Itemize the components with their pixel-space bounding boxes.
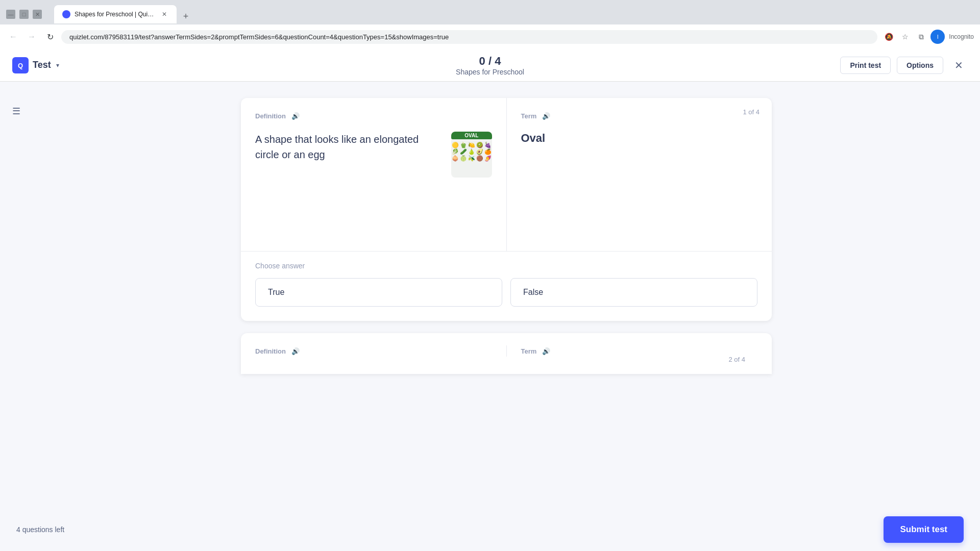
browser-toolbar: ← → ↻ quizlet.com/879583119/test?answerT… [0, 24, 980, 49]
fruit-7: 🥒 [460, 149, 467, 155]
sidebar-area: ☰ [0, 98, 33, 374]
tab-title: Shapes for Preschool | Quizlet [75, 11, 156, 18]
new-tab-button[interactable]: + [179, 9, 193, 23]
answer-options: True False [255, 278, 757, 307]
question-2-term-sound[interactable]: 🔊 [541, 345, 552, 357]
fruit-5: 🍇 [484, 142, 492, 148]
screenshot-icon[interactable]: ⧉ [914, 30, 928, 44]
header-actions: Print test Options ✕ [840, 56, 968, 74]
reload-button[interactable]: ↻ [43, 30, 57, 44]
url-display: quizlet.com/879583119/test?answerTermSid… [69, 33, 869, 41]
question-2-definition-label: Definition [255, 347, 286, 355]
answer-section: Choose answer True False [241, 251, 772, 321]
tabs-bar: Shapes for Preschool | Quizlet ✕ + [48, 5, 199, 23]
forward-button[interactable]: → [24, 30, 39, 44]
app-mode-dropdown-icon[interactable]: ▾ [56, 62, 59, 69]
mute-icon[interactable]: 🔕 [881, 30, 896, 44]
bottom-bar: 4 questions left Submit test [0, 508, 980, 551]
fruit-12: 🍈 [460, 156, 467, 161]
term-panel: Term 🔊 1 of 4 Oval [507, 98, 772, 251]
definition-sound-button[interactable]: 🔊 [290, 110, 301, 121]
window-controls[interactable]: — □ ✕ [6, 10, 42, 19]
questions-left-label: 4 questions left [16, 525, 64, 534]
browser-titlebar: — □ ✕ Shapes for Preschool | Quizlet ✕ + [0, 0, 980, 24]
toolbar-icons: 🔕 ☆ ⧉ I Incognito [881, 30, 974, 44]
back-button[interactable]: ← [6, 30, 20, 44]
close-window-button[interactable]: ✕ [33, 10, 42, 19]
profile-button[interactable]: I [930, 30, 945, 44]
quizlet-logo-icon: Q [12, 57, 29, 73]
term-sound-button[interactable]: 🔊 [541, 110, 552, 121]
question-2-term-panel: Term 🔊 2 of 4 [507, 345, 758, 357]
tab-favicon [62, 10, 70, 18]
fruit-15: 🍠 [484, 156, 492, 161]
definition-label: Definition [255, 112, 286, 120]
bookmark-icon[interactable]: ☆ [898, 30, 912, 44]
fruit-13: 🫒 [468, 156, 475, 161]
definition-image: OVAL 🟡 🫑 🍋 🥝 🍇 🥬 🥒 🍐 🥑 [451, 132, 492, 178]
app-mode-label[interactable]: Test [33, 60, 51, 70]
fruit-10: 🍊 [484, 149, 492, 155]
fruit-14: 🟤 [476, 156, 483, 161]
term-text: Oval [521, 132, 758, 145]
submit-test-button[interactable]: Submit test [884, 516, 964, 543]
question-2-number: 2 of 4 [728, 356, 745, 363]
question-2-definition-panel: Definition 🔊 [255, 345, 507, 357]
fruit-4: 🥝 [476, 142, 483, 148]
fruit-3: 🍋 [468, 142, 475, 148]
question-2-card-partial: Definition 🔊 Term 🔊 2 of 4 [241, 333, 772, 374]
tab-close-button[interactable]: ✕ [160, 10, 168, 18]
fruit-2: 🫑 [460, 142, 467, 148]
fruit-9: 🥑 [476, 149, 483, 155]
sidebar-toggle-icon: ☰ [12, 106, 20, 117]
question-2-term-label: Term [521, 347, 537, 355]
set-title: Shapes for Preschool [456, 68, 524, 76]
definition-content: A shape that looks like an elongated cir… [255, 132, 492, 178]
minimize-button[interactable]: — [6, 10, 15, 19]
address-bar[interactable]: quizlet.com/879583119/test?answerTermSid… [61, 30, 877, 44]
options-button[interactable]: Options [897, 57, 943, 74]
choose-answer-label: Choose answer [255, 262, 757, 270]
header-center: 0 / 4 Shapes for Preschool [456, 55, 524, 76]
answer-false-option[interactable]: False [510, 278, 757, 307]
close-test-button[interactable]: ✕ [949, 56, 968, 74]
definition-panel: Definition 🔊 A shape that looks like an … [241, 98, 507, 251]
maximize-button[interactable]: □ [19, 10, 29, 19]
print-test-button[interactable]: Print test [840, 57, 891, 74]
image-badge: OVAL [451, 132, 492, 139]
answer-true-option[interactable]: True [255, 278, 502, 307]
term-label: Term [521, 112, 537, 120]
term-panel-header: Term 🔊 [521, 110, 758, 121]
question-number: 1 of 4 [743, 108, 760, 116]
incognito-label: Incognito [949, 33, 974, 40]
fruit-6: 🥬 [452, 149, 459, 155]
fruit-11: 🧅 [452, 156, 459, 161]
main-content: ☰ Definition 🔊 A shape that looks like a… [0, 82, 980, 390]
sidebar-toggle-button[interactable]: ☰ [7, 102, 26, 120]
definition-panel-header: Definition 🔊 [255, 110, 492, 121]
logo-area: Q Test ▾ [12, 57, 59, 73]
fruit-1: 🟡 [452, 142, 459, 148]
fruit-grid: 🟡 🫑 🍋 🥝 🍇 🥬 🥒 🍐 🥑 🍊 🧅 [451, 141, 492, 162]
question-2-panels: Definition 🔊 Term 🔊 2 of 4 [241, 333, 772, 365]
definition-text: A shape that looks like an elongated cir… [255, 132, 443, 162]
active-tab[interactable]: Shapes for Preschool | Quizlet ✕ [54, 5, 177, 23]
question-panels: Definition 🔊 A shape that looks like an … [241, 98, 772, 251]
fruit-8: 🍐 [468, 149, 475, 155]
app-header: Q Test ▾ 0 / 4 Shapes for Preschool Prin… [0, 49, 980, 82]
question-2-definition-sound[interactable]: 🔊 [290, 345, 301, 357]
questions-area: Definition 🔊 A shape that looks like an … [210, 98, 802, 374]
browser-chrome: — □ ✕ Shapes for Preschool | Quizlet ✕ +… [0, 0, 980, 49]
svg-text:Q: Q [18, 62, 23, 69]
score-display: 0 / 4 [456, 55, 524, 68]
question-1-card: Definition 🔊 A shape that looks like an … [241, 98, 772, 321]
